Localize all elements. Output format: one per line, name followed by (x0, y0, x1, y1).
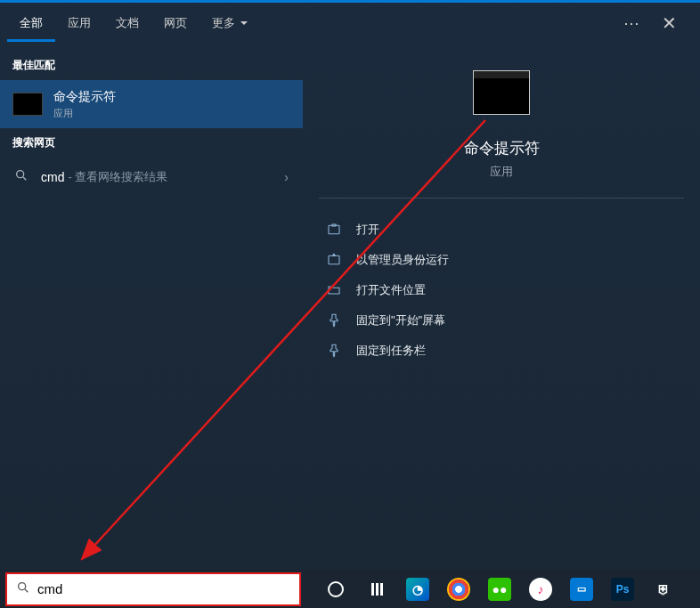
taskbar-app-4[interactable]: ♪ (520, 570, 561, 608)
web-search-term: cmd (41, 170, 64, 184)
svg-line-7 (25, 589, 28, 592)
taskbar-app-5[interactable]: ▭ (561, 570, 602, 608)
svg-point-0 (17, 171, 24, 178)
search-icon (16, 580, 30, 598)
result-title: 命令提示符 (53, 89, 116, 105)
taskbar-app-1[interactable]: ◔ (397, 570, 438, 608)
taskbar: ◔ ●● ♪ ▭ Ps ⛨ (0, 570, 700, 608)
web-search-suffix: - 查看网络搜索结果 (68, 169, 167, 185)
preview-title: 命令提示符 (319, 138, 684, 158)
actions-list: 打开 以管理员身份运行 打开文件位置 (319, 215, 684, 366)
admin-icon (324, 250, 344, 270)
cortana-icon[interactable] (315, 570, 356, 608)
search-input[interactable] (37, 581, 290, 596)
options-icon[interactable]: ⋯ (623, 13, 640, 33)
action-run-admin[interactable]: 以管理员身份运行 (319, 245, 684, 275)
chevron-down-icon (240, 21, 248, 25)
results-pane: 最佳匹配 命令提示符 应用 搜索网页 cmd - 查看网络搜索结果 › (0, 44, 303, 570)
search-icon (14, 168, 28, 186)
taskbar-chrome[interactable] (438, 570, 479, 608)
preview-thumbnail-icon (473, 70, 530, 115)
section-search-web: 搜索网页 (0, 128, 303, 158)
taskbar-search-box[interactable] (5, 572, 301, 606)
close-icon[interactable]: ✕ (656, 7, 682, 39)
task-view-icon[interactable] (356, 570, 397, 608)
result-subtitle: 应用 (53, 107, 116, 120)
web-search-row[interactable]: cmd - 查看网络搜索结果 › (0, 158, 303, 197)
pin-icon (324, 311, 344, 330)
preview-pane: 命令提示符 应用 打开 以管理员身份运行 (303, 44, 700, 570)
preview-subtitle: 应用 (319, 164, 684, 180)
action-pin-taskbar[interactable]: 固定到任务栏 (319, 336, 684, 366)
tab-more[interactable]: 更多 (199, 4, 260, 42)
section-best-match: 最佳匹配 (0, 51, 303, 80)
tab-documents[interactable]: 文档 (103, 4, 151, 42)
svg-line-1 (23, 177, 26, 180)
svg-point-6 (19, 582, 26, 589)
tab-all[interactable]: 全部 (7, 4, 55, 42)
tab-apps[interactable]: 应用 (55, 4, 103, 42)
filter-tabs: 全部 应用 文档 网页 更多 ⋯ ✕ (0, 3, 700, 44)
taskbar-photoshop[interactable]: Ps (602, 570, 643, 608)
action-open-location[interactable]: 打开文件位置 (319, 275, 684, 305)
pin-icon (324, 341, 344, 361)
open-icon (324, 220, 344, 239)
cmd-thumbnail-icon (12, 93, 43, 116)
action-pin-start[interactable]: 固定到"开始"屏幕 (319, 305, 684, 336)
result-cmd-prompt[interactable]: 命令提示符 应用 (0, 80, 303, 128)
tab-web[interactable]: 网页 (151, 4, 199, 42)
svg-rect-3 (329, 255, 339, 263)
taskbar-security-icon[interactable]: ⛨ (643, 570, 684, 608)
taskbar-wechat[interactable]: ●● (479, 570, 520, 608)
chevron-right-icon: › (284, 170, 289, 184)
action-open[interactable]: 打开 (319, 215, 684, 245)
search-window: 全部 应用 文档 网页 更多 ⋯ ✕ 最佳匹配 命令提示符 应用 搜索网页 (0, 0, 700, 570)
folder-icon (324, 280, 344, 300)
svg-rect-2 (329, 225, 339, 233)
